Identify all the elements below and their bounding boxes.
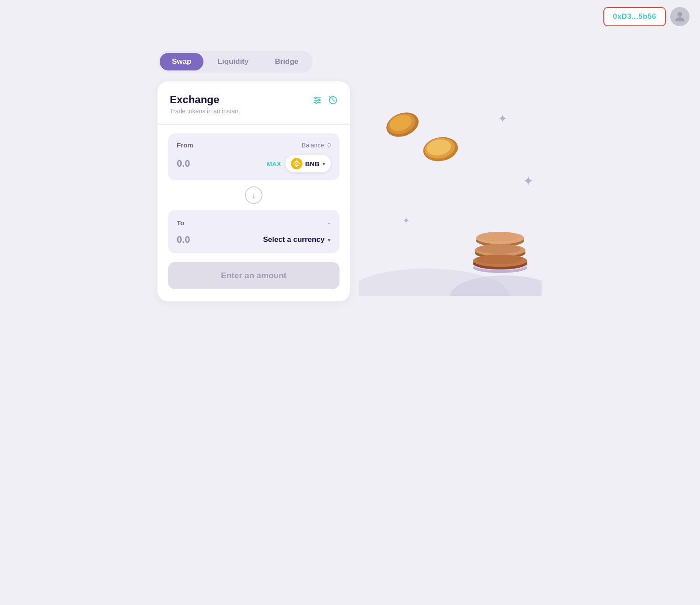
from-row: 0.0 MAX BNB ▾ — [177, 155, 331, 172]
tab-bar: Swap Liquidity Bridge — [158, 51, 313, 73]
card-body: From Balance: 0 0.0 MAX — [158, 125, 350, 301]
token-name-label: BNB — [305, 160, 320, 168]
header: 0xD3...5b56 — [0, 0, 700, 33]
enter-amount-button[interactable]: Enter an amount — [168, 262, 340, 289]
currency-selector-label: Select a currency — [263, 235, 325, 244]
balance-display: Balance: 0 — [302, 142, 331, 149]
background-hills — [359, 250, 542, 296]
tab-bridge[interactable]: Bridge — [262, 53, 311, 70]
exchange-subtitle: Trade tokens in an instant — [170, 108, 240, 115]
pancake-illustration: ✦ ✦ ✦ — [376, 86, 542, 296]
svg-point-6 — [315, 102, 317, 104]
wallet-address-button[interactable]: 0xD3...5b56 — [603, 7, 666, 26]
to-label: To — [177, 219, 184, 227]
coin-2 — [422, 136, 459, 164]
to-amount: 0.0 — [177, 234, 190, 245]
svg-point-5 — [318, 99, 320, 101]
card-header-text: Exchange Trade tokens in an instant — [170, 94, 240, 115]
sparkle-icon-1: ✦ — [498, 112, 508, 126]
currency-selector[interactable]: Select a currency ▾ — [263, 235, 331, 244]
to-dash: - — [328, 218, 331, 228]
history-icon[interactable] — [328, 95, 338, 108]
from-label: From — [177, 141, 193, 149]
exchange-card: Exchange Trade tokens in an instant — [158, 81, 350, 301]
main-content: Swap Liquidity Bridge Exchange Trade tok… — [0, 33, 700, 319]
token-controls: MAX BNB ▾ — [266, 155, 331, 172]
bnb-token-selector[interactable]: BNB ▾ — [286, 155, 331, 172]
svg-point-4 — [315, 97, 317, 99]
left-panel: Swap Liquidity Bridge Exchange Trade tok… — [158, 51, 350, 301]
sparkle-icon-2: ✦ — [523, 173, 534, 189]
sparkle-icon-3: ✦ — [402, 215, 410, 226]
swap-direction-button[interactable]: ↓ — [245, 186, 262, 204]
swap-arrow-container: ↓ — [168, 180, 340, 210]
to-header: To - — [177, 218, 331, 228]
max-button[interactable]: MAX — [266, 160, 281, 168]
user-icon — [673, 10, 687, 24]
from-chevron-icon: ▾ — [322, 161, 326, 167]
bnb-icon — [291, 158, 302, 169]
down-arrow-icon: ↓ — [252, 191, 256, 200]
from-amount: 0.0 — [177, 158, 190, 169]
avatar[interactable] — [670, 7, 690, 26]
exchange-title: Exchange — [170, 94, 240, 106]
coin-1 — [385, 112, 420, 139]
to-token-box: To - 0.0 Select a currency ▾ — [168, 210, 340, 253]
card-icons — [312, 95, 338, 108]
from-token-box: From Balance: 0 0.0 MAX — [168, 133, 340, 180]
right-panel: ✦ ✦ ✦ — [376, 86, 542, 296]
settings-icon[interactable] — [312, 95, 322, 108]
card-header: Exchange Trade tokens in an instant — [158, 81, 350, 125]
svg-point-0 — [678, 12, 682, 17]
tab-liquidity[interactable]: Liquidity — [205, 53, 261, 70]
to-row: 0.0 Select a currency ▾ — [177, 234, 331, 245]
tab-swap[interactable]: Swap — [160, 53, 203, 70]
from-header: From Balance: 0 — [177, 141, 331, 149]
to-chevron-icon: ▾ — [328, 237, 331, 243]
